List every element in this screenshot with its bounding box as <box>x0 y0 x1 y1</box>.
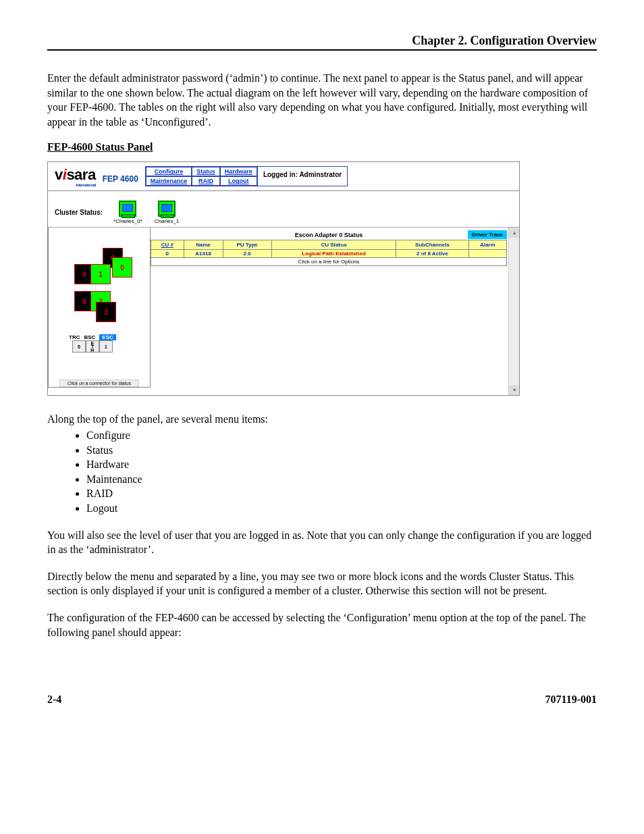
port-trc: TRC <box>69 334 80 340</box>
eth-port-1[interactable]: 1 <box>99 340 113 353</box>
cluster-status-label: Cluster Status: <box>55 201 103 216</box>
cell-cu: 0 <box>151 250 184 258</box>
port-esc: ESC <box>99 334 115 340</box>
th-name: Name <box>184 240 223 250</box>
after-screenshot-text-2: You will also see the level of user that… <box>47 528 597 557</box>
after-screenshot-text-3: Directly below the menu and separated by… <box>47 569 597 598</box>
menu-grid: Configure Status Hardware Maintenance RA… <box>145 166 258 186</box>
menu-configure[interactable]: Configure <box>146 167 192 176</box>
hardware-diagram: 0 0 0 1 0 2 3 TRC BSC ESC 0 <box>48 228 151 388</box>
th-custatus: CU Status <box>271 240 396 250</box>
scroll-up-icon[interactable]: ▴ <box>509 228 519 238</box>
cluster-row: Cluster Status: *Charles_0* Charles_1 <box>48 195 519 227</box>
chapter-title: Chapter 2. Configuration Overview <box>47 34 597 51</box>
th-cu[interactable]: CU # <box>151 240 184 250</box>
status-panel-heading: FEP-4600 Status Panel <box>47 141 597 153</box>
cluster-icons: *Charles_0* Charles_1 <box>113 201 179 224</box>
cluster-name-1: Charles_1 <box>155 218 179 224</box>
th-putype: PU Type <box>223 240 271 250</box>
brand-product: FEP 4600 <box>103 174 138 184</box>
menu-raid[interactable]: RAID <box>192 176 220 186</box>
list-item: Logout <box>86 501 597 516</box>
brand-rest: sara <box>66 166 95 183</box>
top-bar: visara International FEP 4600 Configure … <box>48 162 519 186</box>
cell-alarm <box>468 250 506 258</box>
list-item: Hardware <box>86 457 597 472</box>
brand-block: visara International FEP 4600 <box>55 166 138 186</box>
eth-label: E T H <box>86 340 99 353</box>
list-item: Configure <box>86 428 597 443</box>
menu-status[interactable]: Status <box>192 167 220 176</box>
after-screenshot-text-1: Along the top of the panel, are several … <box>47 412 597 427</box>
intro-paragraph: Enter the default administrator password… <box>47 71 597 129</box>
card-0b[interactable]: 0 <box>112 257 132 278</box>
cell-name: A1418 <box>184 250 223 258</box>
logged-in-label: Logged in: Adminstrator <box>258 166 348 186</box>
connector-hint: Click on a connector for status <box>59 380 139 387</box>
brand-logo: visara International <box>55 166 96 184</box>
menu-logout[interactable]: Logout <box>220 176 257 186</box>
status-table-panel: Driver Trace Escon Adapter 0 Status CU #… <box>151 228 519 266</box>
table-caption: Escon Adapter 0 Status <box>151 229 507 240</box>
row-hint: Click on a line for Options <box>151 258 507 266</box>
scroll-down-icon[interactable]: ▾ <box>509 385 519 395</box>
cluster-name-0: *Charles_0* <box>113 218 142 224</box>
brand-v: v <box>55 166 63 183</box>
card-1[interactable]: 1 <box>90 264 111 284</box>
menu-item-list: Configure Status Hardware Maintenance RA… <box>74 428 597 516</box>
cell-custatus: Logical Path Established <box>271 250 396 258</box>
port-bsc: BSC <box>84 334 95 340</box>
computer-icon <box>158 201 176 217</box>
list-item: Maintenance <box>86 472 597 487</box>
th-alarm: Alarm <box>468 240 506 250</box>
list-item: Status <box>86 443 597 458</box>
menu-maintenance[interactable]: Maintenance <box>146 176 192 186</box>
escon-status-table: Escon Adapter 0 Status CU # Name PU Type… <box>151 229 507 266</box>
status-panel-screenshot: visara International FEP 4600 Configure … <box>47 161 520 396</box>
footer-page-number: 2-4 <box>47 694 61 706</box>
page-footer: 2-4 707119-001 <box>47 694 597 706</box>
divider <box>48 190 519 191</box>
after-screenshot-text-4: The configuration of the FEP-4600 can be… <box>47 610 597 640</box>
cluster-unit-1[interactable]: Charles_1 <box>155 201 179 224</box>
cell-putype: 2.0 <box>223 250 271 258</box>
scrollbar[interactable]: ▴ ▾ <box>508 228 519 395</box>
table-row[interactable]: 0 A1418 2.0 Logical Path Established 2 o… <box>151 250 507 258</box>
list-item: RAID <box>86 486 597 501</box>
th-subchannels: SubChannels <box>396 240 468 250</box>
eth-port-0[interactable]: 0 <box>72 340 86 353</box>
cell-subchannels: 2 of 8 Active <box>396 250 468 258</box>
menu-hardware[interactable]: Hardware <box>220 167 257 176</box>
port-labels: TRC BSC ESC <box>69 334 116 340</box>
card-3[interactable]: 3 <box>96 302 116 322</box>
brand-sub: International <box>76 183 96 187</box>
computer-icon <box>119 201 136 217</box>
main-area: 0 0 0 1 0 2 3 TRC BSC ESC 0 <box>48 227 519 395</box>
driver-trace-button[interactable]: Driver Trace <box>468 230 507 239</box>
cluster-unit-0[interactable]: *Charles_0* <box>113 201 142 224</box>
footer-doc-number: 707119-001 <box>545 694 597 706</box>
